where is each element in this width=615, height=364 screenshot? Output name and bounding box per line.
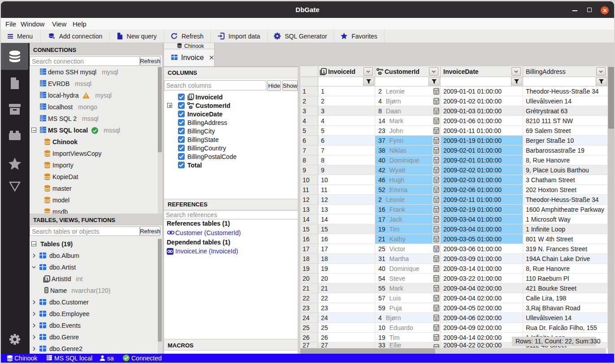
- svg-text:1: 1: [191, 94, 193, 99]
- svg-text:1: 1: [323, 69, 325, 74]
- svg-text:1: 1: [46, 277, 48, 281]
